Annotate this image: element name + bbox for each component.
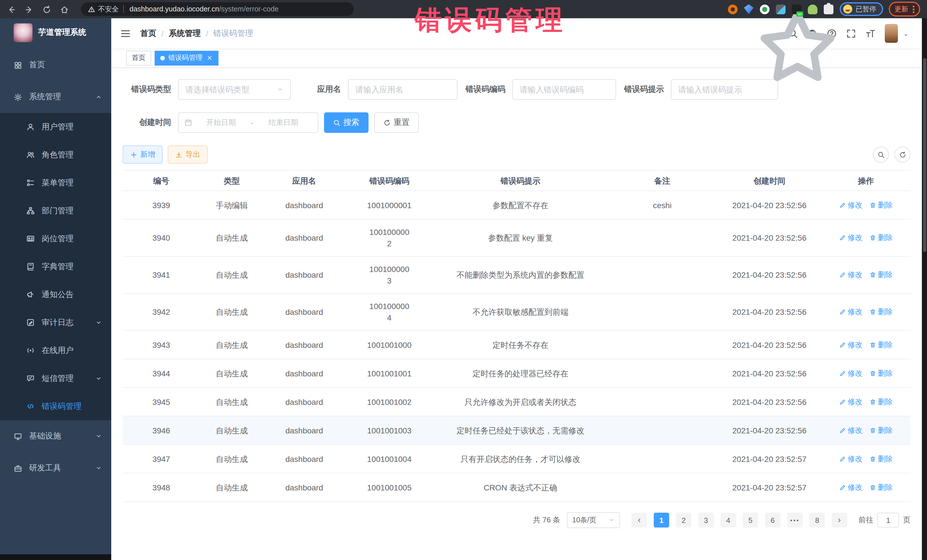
page-button[interactable]: •••	[787, 513, 802, 528]
sidebar-item-infra[interactable]: 基础设施	[0, 420, 111, 452]
edit-link[interactable]: 修改	[839, 482, 863, 493]
delete-link[interactable]: 删除	[869, 232, 893, 243]
goto-page-input[interactable]	[877, 513, 899, 528]
edit-link[interactable]: 修改	[839, 453, 863, 464]
sidebar-item-system[interactable]: 系统管理	[0, 81, 111, 113]
browser-update-button[interactable]: 更新	[889, 2, 920, 17]
table-row[interactable]: 3939 手动编辑 dashboard 1001000001 参数配置不存在 c…	[123, 191, 910, 220]
table-row[interactable]: 3945 自动生成 dashboard 1001001002 只允许修改为开启或…	[123, 388, 910, 416]
browser-back-icon[interactable]	[7, 4, 17, 14]
edit-link[interactable]: 修改	[839, 232, 863, 243]
scrollbar-thumb[interactable]	[923, 58, 926, 252]
close-icon[interactable]	[207, 55, 213, 61]
sidebar-item-error-code[interactable]: 错误码管理	[0, 392, 111, 420]
app-logo-row[interactable]: 芋道管理系统	[0, 18, 111, 47]
extension-icon[interactable]	[792, 4, 801, 14]
profile-chip[interactable]: 已暂停	[840, 2, 883, 16]
table-row[interactable]: 3947 自动生成 dashboard 1001001004 只有开启状态的任务…	[123, 445, 910, 473]
extensions-puzzle-icon[interactable]	[824, 4, 833, 14]
edit-link[interactable]: 修改	[839, 339, 863, 351]
edit-link[interactable]: 修改	[839, 396, 863, 407]
start-date-placeholder[interactable]: 开始日期	[192, 117, 250, 128]
edit-link[interactable]: 修改	[839, 367, 863, 379]
table-row[interactable]: 3946 自动生成 dashboard 1001001003 定时任务已经处于该…	[123, 416, 910, 445]
table-row[interactable]: 3944 自动生成 dashboard 1001001001 定时任务的处理器已…	[123, 359, 910, 388]
user-menu-caret-icon[interactable]	[903, 30, 909, 37]
tag-home[interactable]: 首页	[126, 50, 151, 65]
show-search-button[interactable]	[873, 147, 889, 162]
page-button[interactable]: 5	[743, 513, 758, 528]
table-row[interactable]: 3942 自动生成 dashboard 100100000 4 不允许获取敏感配…	[123, 294, 910, 331]
extension-icon[interactable]	[760, 4, 769, 14]
edit-link[interactable]: 修改	[839, 306, 863, 318]
tag-error-code[interactable]: 错误码管理	[155, 50, 219, 65]
app-name-input[interactable]	[348, 79, 457, 100]
sidebar-item-menu[interactable]: 菜单管理	[0, 169, 111, 197]
delete-link[interactable]: 删除	[869, 339, 893, 351]
breadcrumb-item[interactable]: 首页	[140, 28, 156, 38]
page-size-select[interactable]: 10条/页	[567, 512, 620, 528]
search-button[interactable]: 搜索	[324, 112, 369, 133]
sidebar-item-sms[interactable]: 短信管理	[0, 364, 111, 392]
sidebar-item-role[interactable]: 角色管理	[0, 141, 111, 169]
edit-link[interactable]: 修改	[839, 425, 863, 436]
sidebar-item-audit-log[interactable]: 审计日志	[0, 308, 111, 337]
table-row[interactable]: 3941 自动生成 dashboard 100100000 3 不能删除类型为系…	[123, 256, 910, 294]
browser-forward-icon[interactable]	[24, 4, 35, 14]
menu-icon	[26, 234, 35, 243]
table-row[interactable]: 3943 自动生成 dashboard 1001001000 定时任务不存在 2…	[123, 331, 910, 359]
sidebar-item-home[interactable]: 首页	[0, 49, 111, 81]
page-button[interactable]: 2	[676, 513, 691, 528]
hamburger-icon[interactable]	[120, 28, 131, 39]
extension-icon[interactable]	[808, 4, 818, 14]
sidebar-item-dept[interactable]: 部门管理	[0, 197, 111, 225]
vertical-scrollbar[interactable]	[922, 18, 927, 560]
prev-page-button[interactable]	[632, 513, 647, 528]
sidebar-item-notice[interactable]: 通知公告	[0, 281, 111, 308]
sidebar-item-post[interactable]: 岗位管理	[0, 225, 111, 253]
page-button[interactable]: 6	[765, 513, 780, 528]
screen: 不安全 dashboard.yudao.iocoder.cn/system/er…	[0, 0, 927, 560]
delete-link[interactable]: 删除	[869, 482, 893, 493]
delete-link[interactable]: 删除	[869, 396, 893, 407]
table-row[interactable]: 3940 自动生成 dashboard 100100000 2 参数配置 key…	[123, 220, 910, 256]
next-page-button[interactable]	[832, 513, 847, 528]
extension-icon[interactable]	[728, 4, 738, 14]
edit-link[interactable]: 修改	[839, 199, 863, 211]
extension-icon[interactable]	[776, 4, 786, 14]
delete-link[interactable]: 删除	[869, 367, 893, 379]
date-range-picker[interactable]: 开始日期 - 结束日期	[178, 112, 318, 133]
page-button[interactable]: 1	[654, 513, 669, 528]
page-button[interactable]: 3	[698, 513, 714, 528]
browser-home-icon[interactable]	[60, 4, 70, 14]
page-button[interactable]: 4	[720, 513, 736, 528]
delete-link[interactable]: 删除	[869, 269, 893, 281]
sidebar-item-online-user[interactable]: 在线用户	[0, 337, 111, 364]
delete-link[interactable]: 删除	[869, 453, 893, 464]
breadcrumb-item[interactable]: 系统管理	[169, 28, 201, 38]
table-row[interactable]: 3948 自动生成 dashboard 1001001005 CRON 表达式不…	[123, 473, 910, 502]
refresh-table-button[interactable]	[895, 147, 910, 162]
delete-link[interactable]: 删除	[869, 306, 893, 318]
bookmark-star-icon[interactable]	[712, 5, 721, 14]
page-button[interactable]: 8	[810, 513, 825, 528]
browser-menu-icon[interactable]	[913, 5, 915, 13]
sidebar-item-user[interactable]: 用户管理	[0, 113, 111, 141]
error-code-input[interactable]	[512, 79, 616, 100]
delete-link[interactable]: 删除	[869, 425, 893, 436]
end-date-placeholder[interactable]: 结束日期	[254, 117, 312, 128]
security-label[interactable]: 不安全	[98, 4, 119, 14]
cell-type: 自动生成	[200, 306, 264, 318]
add-button[interactable]: 新增	[123, 146, 163, 164]
browser-reload-icon[interactable]	[42, 4, 53, 14]
sidebar-item-dict[interactable]: 字典管理	[0, 253, 111, 281]
export-button[interactable]: 导出	[168, 146, 208, 164]
user-avatar[interactable]	[885, 24, 898, 43]
delete-link[interactable]: 删除	[869, 199, 893, 211]
address-bar[interactable]: 不安全 dashboard.yudao.iocoder.cn/system/er…	[81, 2, 354, 16]
url-text[interactable]: dashboard.yudao.iocoder.cn/system/error-…	[129, 5, 279, 13]
edit-link[interactable]: 修改	[839, 269, 863, 281]
sidebar-item-dev-tools[interactable]: 研发工具	[0, 452, 111, 484]
error-type-select[interactable]	[178, 79, 291, 100]
reset-button[interactable]: 重置	[374, 112, 419, 133]
